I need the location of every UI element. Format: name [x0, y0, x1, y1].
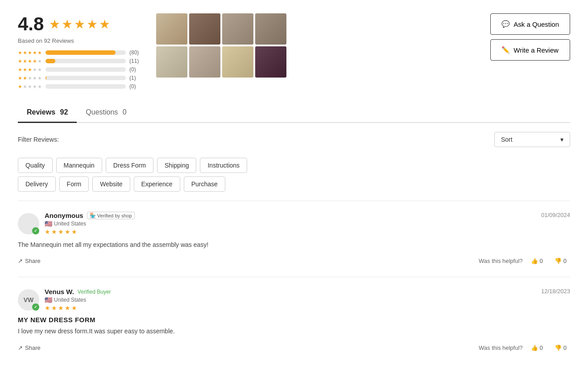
- verified-badge-2: [32, 303, 39, 311]
- bar-count-1: (0): [129, 83, 141, 90]
- rev-star-1-2: ★: [51, 228, 57, 235]
- review-stars-1: ★ ★ ★ ★ ★: [45, 228, 135, 235]
- thumbnail-7[interactable]: [222, 46, 253, 78]
- rating-summary: 4.8 ★ ★ ★ ★ ★ Based on 92 Reviews ★★★★★: [18, 13, 143, 90]
- chat-icon: 💬: [501, 20, 510, 28]
- bar-fill-2: [46, 76, 46, 80]
- tab-reviews[interactable]: Reviews 92: [18, 103, 77, 123]
- thumbnail-2[interactable]: [189, 13, 220, 45]
- share-label-2: Share: [25, 344, 41, 351]
- bar-container-2: [46, 76, 126, 80]
- thumbs-up-icon-2: 👍: [531, 344, 538, 351]
- chevron-down-icon: ▾: [560, 136, 563, 143]
- big-rating: 4.8 ★ ★ ★ ★ ★: [18, 13, 143, 35]
- filter-tag-experience[interactable]: Experience: [134, 176, 180, 192]
- star-5: ★: [99, 17, 110, 32]
- edit-icon: ✏️: [501, 46, 510, 54]
- verified-buyer-badge-2: Verified Buyer: [78, 289, 111, 295]
- write-review-button[interactable]: ✏️ Write a Review: [490, 39, 570, 61]
- tab-questions-label: Questions: [86, 108, 118, 116]
- review-title-2: MY NEW DRESS FORM: [18, 316, 570, 324]
- thumbnail-4[interactable]: [255, 13, 286, 45]
- header-section: 4.8 ★ ★ ★ ★ ★ Based on 92 Reviews ★★★★★: [18, 13, 570, 90]
- shop-icon: 🏪: [90, 213, 96, 218]
- star-4: ★: [87, 17, 98, 32]
- filter-tags-row-1: Quality Mannequin Dress Form Shipping In…: [18, 158, 570, 173]
- bar-fill-4: [46, 59, 55, 63]
- location-text-2: United States: [54, 297, 86, 303]
- review-stars-2: ★ ★ ★ ★ ★: [45, 304, 111, 311]
- verified-shop-text: Verified by shop: [97, 213, 132, 218]
- reviews-list: Anonymous 🏪 Verified by shop 🇺🇸 United S…: [18, 201, 570, 364]
- star-1: ★: [49, 17, 60, 32]
- bar-container-1: [46, 84, 126, 89]
- filter-tag-purchase[interactable]: Purchase: [184, 176, 225, 192]
- filter-tag-delivery[interactable]: Delivery: [18, 176, 56, 192]
- reviewer-location-2: 🇺🇸 United States: [45, 296, 111, 303]
- helpful-no-1[interactable]: 👎 0: [551, 256, 570, 266]
- helpful-yes-1[interactable]: 👍 0: [527, 256, 547, 266]
- us-flag-1: 🇺🇸: [45, 220, 52, 227]
- bar-fill-5: [46, 50, 116, 55]
- share-button-1[interactable]: ↗ Share: [18, 258, 41, 264]
- thumbs-down-icon-2: 👎: [555, 344, 562, 351]
- filter-tag-quality[interactable]: Quality: [18, 158, 53, 173]
- tab-questions[interactable]: Questions 0: [77, 103, 135, 123]
- avatar-1: [18, 213, 39, 234]
- thumbnail-3[interactable]: [222, 13, 253, 45]
- reviewer-info-2: VW Venus W. Verified Buyer 🇺🇸 United Sta…: [18, 288, 111, 311]
- thumbnail-8[interactable]: [255, 46, 286, 78]
- reviewer-details-1: Anonymous 🏪 Verified by shop 🇺🇸 United S…: [45, 212, 135, 235]
- stars-large: ★ ★ ★ ★ ★: [49, 17, 110, 32]
- avatar-2: VW: [18, 289, 39, 311]
- rating-score: 4.8: [18, 13, 44, 35]
- ask-question-button[interactable]: 💬 Ask a Question: [490, 13, 570, 35]
- thumbnail-5[interactable]: [156, 46, 187, 78]
- mini-stars-5: ★★★★★: [18, 50, 42, 56]
- share-icon-2: ↗: [18, 344, 23, 351]
- bar-count-3: (0): [129, 66, 141, 73]
- filter-tag-instructions[interactable]: Instructions: [200, 158, 247, 173]
- filter-tag-form[interactable]: Form: [59, 176, 89, 192]
- helpful-no-count-1: 0: [563, 258, 567, 264]
- review-date-1: 01/09/2024: [541, 212, 570, 218]
- bar-count-5: (80): [129, 49, 141, 56]
- thumbnail-1[interactable]: [156, 13, 187, 45]
- review-item-1: Anonymous 🏪 Verified by shop 🇺🇸 United S…: [18, 201, 570, 277]
- helpful-no-2[interactable]: 👎 0: [551, 343, 570, 353]
- filter-section: Filter Reviews: Sort ▾ Quality Mannequin…: [18, 132, 570, 192]
- sort-container: Sort ▾: [494, 132, 570, 147]
- rev-star-2-4: ★: [65, 304, 70, 311]
- helpful-yes-2[interactable]: 👍 0: [527, 343, 547, 353]
- rating-row-3: ★★★★★ (0): [18, 66, 143, 73]
- filter-tag-website[interactable]: Website: [92, 176, 130, 192]
- rev-star-1-3: ★: [58, 228, 64, 235]
- helpful-label-1: Was this helpful?: [479, 258, 523, 264]
- thumbs-up-icon-1: 👍: [531, 258, 538, 264]
- sort-select[interactable]: Sort ▾: [494, 132, 570, 147]
- tabs: Reviews 92 Questions 0: [18, 103, 570, 123]
- helpful-yes-count-2: 0: [540, 344, 543, 351]
- rev-star-2-5: ★: [71, 304, 77, 311]
- us-flag-2: 🇺🇸: [45, 296, 52, 303]
- review-item-2: VW Venus W. Verified Buyer 🇺🇸 United Sta…: [18, 277, 570, 363]
- filter-tag-dress-form[interactable]: Dress Form: [106, 158, 153, 173]
- review-body-1: The Mannequin met all my expectations an…: [18, 240, 570, 250]
- filter-tag-shipping[interactable]: Shipping: [157, 158, 197, 173]
- reviews-container: 4.8 ★ ★ ★ ★ ★ Based on 92 Reviews ★★★★★: [0, 0, 588, 377]
- based-on-label: Based on 92 Reviews: [18, 37, 143, 44]
- share-icon-1: ↗: [18, 258, 23, 264]
- reviewer-name-1: Anonymous 🏪 Verified by shop: [45, 212, 135, 219]
- rev-star-2-1: ★: [45, 304, 50, 311]
- rating-row-1: ★★★★★ (0): [18, 83, 143, 90]
- reviewer-info-1: Anonymous 🏪 Verified by shop 🇺🇸 United S…: [18, 212, 135, 235]
- thumbnail-6[interactable]: [189, 46, 220, 78]
- rev-star-1-5: ★: [71, 228, 77, 235]
- bar-container-4: [46, 59, 126, 63]
- helpful-yes-count-1: 0: [540, 258, 543, 264]
- helpful-no-count-2: 0: [563, 344, 567, 351]
- share-button-2[interactable]: ↗ Share: [18, 344, 41, 351]
- tab-reviews-count: 92: [60, 108, 68, 116]
- filter-tag-mannequin[interactable]: Mannequin: [56, 158, 102, 173]
- sort-label: Sort: [501, 136, 513, 143]
